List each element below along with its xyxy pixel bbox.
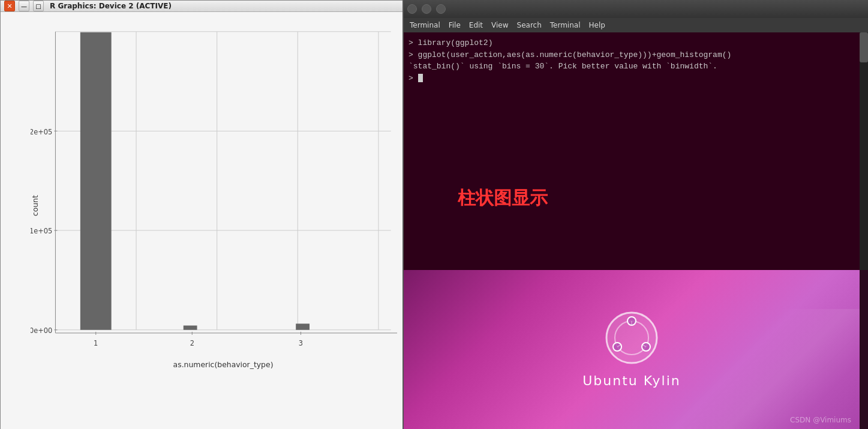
y-tick-2: 2e+05 xyxy=(31,128,52,136)
terminal-line-4: > xyxy=(409,73,863,85)
terminal-window: Terminal File Edit View Search Terminal … xyxy=(404,0,868,270)
ubuntu-desktop: Ubuntu Kylin CSDN @Vimiums xyxy=(404,270,860,429)
r-graphics-window: ✕ — □ R Graphics: Device 2 (ACTIVE) xyxy=(0,0,404,429)
window-title: R Graphics: Device 2 (ACTIVE) xyxy=(50,2,172,10)
terminal-maximize-button[interactable] xyxy=(436,4,446,14)
ubuntu-title: Ubuntu Kylin xyxy=(582,373,681,388)
window-separator xyxy=(403,0,404,429)
csdn-watermark: CSDN @Vimiums xyxy=(790,416,851,424)
y-axis-label: count xyxy=(31,195,40,216)
window-titlebar: ✕ — □ R Graphics: Device 2 (ACTIVE) xyxy=(1,1,403,12)
menu-view[interactable]: View xyxy=(491,21,508,29)
menu-edit[interactable]: Edit xyxy=(469,21,483,29)
terminal-content[interactable]: > library(ggplot2) > ggplot(user_action,… xyxy=(404,32,868,270)
menu-terminal[interactable]: Terminal xyxy=(410,21,440,29)
menu-help[interactable]: Help xyxy=(589,21,605,29)
x-tick-1: 1 xyxy=(94,339,98,347)
terminal-line-3: `stat_bin()` using `bins = 30`. Pick bet… xyxy=(409,61,863,73)
terminal-minimize-button[interactable] xyxy=(422,4,431,14)
menu-search[interactable]: Search xyxy=(517,21,542,29)
maximize-button[interactable]: □ xyxy=(33,1,44,11)
bar-1 xyxy=(80,32,112,330)
bar-2 xyxy=(184,326,197,330)
chinese-label: 柱状图显示 xyxy=(458,186,548,211)
terminal-line-1: > library(ggplot2) xyxy=(409,37,863,49)
menu-terminal2[interactable]: Terminal xyxy=(550,21,581,29)
y-tick-1: 1e+05 xyxy=(31,227,52,235)
terminal-scrollbar[interactable] xyxy=(860,32,868,270)
ubuntu-logo xyxy=(605,311,659,365)
terminal-titlebar xyxy=(404,0,868,18)
x-tick-3: 3 xyxy=(299,339,303,347)
terminal-line-2: > ggplot(user_action,aes(as.numeric(beha… xyxy=(409,49,863,61)
plot-area: 0e+00 1e+05 2e+05 1 2 3 4 as.numeric(beh… xyxy=(1,12,403,429)
menu-file[interactable]: File xyxy=(449,21,461,29)
x-axis-label: as.numeric(behavior_type) xyxy=(173,360,274,369)
terminal-close-button[interactable] xyxy=(407,4,417,14)
histogram-chart: 0e+00 1e+05 2e+05 1 2 3 4 as.numeric(beh… xyxy=(31,18,397,406)
y-tick-0: 0e+00 xyxy=(31,326,52,335)
x-tick-2: 2 xyxy=(190,339,194,347)
scrollbar-thumb[interactable] xyxy=(860,32,868,62)
bar-3 xyxy=(296,323,310,329)
close-button[interactable]: ✕ xyxy=(4,1,15,11)
minimize-button[interactable]: — xyxy=(19,1,29,11)
terminal-menu-bar: Terminal File Edit View Search Terminal … xyxy=(404,18,868,32)
terminal-cursor xyxy=(418,74,423,82)
